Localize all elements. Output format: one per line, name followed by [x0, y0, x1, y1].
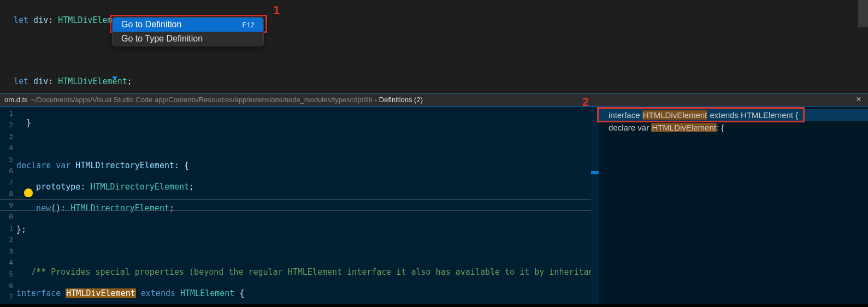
overview-mark — [591, 171, 599, 174]
line-gutter: 1 2 3 4 5 6 7 8 9 0 1 2 3 4 5 6 7 — [0, 107, 16, 304]
peek-body: 1 2 3 4 5 6 7 8 9 0 1 2 3 4 5 6 7 } decl… — [0, 107, 868, 304]
annotation-label-1: 1 — [273, 3, 280, 17]
ref-text: : { — [717, 123, 724, 132]
line-number: 6 — [0, 280, 16, 291]
close-icon[interactable]: × — [854, 95, 864, 104]
line-number: 2 — [0, 234, 16, 245]
ref-highlight: HTMLDivElement — [642, 110, 708, 120]
identifier: div — [28, 15, 48, 25]
menu-item-go-to-definition[interactable]: Go to Definition F12 — [113, 17, 263, 32]
peek-filename: om.d.ts — [4, 96, 28, 104]
line-number: 1 — [0, 222, 16, 234]
peek-header: om.d.ts ~/Documents/apps/Visual Studio C… — [0, 93, 868, 107]
line-number: 8 — [0, 188, 16, 199]
line-number: 5 — [0, 154, 16, 165]
line-number: 1 — [0, 108, 16, 119]
type-name: HTMLDivElem — [58, 15, 112, 25]
line-number: 3 — [0, 131, 16, 142]
menu-shortcut: F12 — [243, 21, 255, 29]
keyword-let: let — [14, 76, 28, 86]
peek-title: - Definitions (2) — [375, 96, 423, 104]
context-menu: Go to Definition F12 Go to Type Definiti… — [112, 17, 264, 46]
line-number: 4 — [0, 257, 16, 268]
peek-references-list: interface HTMLDivElement extends HTMLEle… — [599, 107, 868, 304]
peek-editor[interactable]: 1 2 3 4 5 6 7 8 9 0 1 2 3 4 5 6 7 } decl… — [0, 107, 599, 304]
line-number: 3 — [0, 245, 16, 257]
peek-filepath: ~/Documents/apps/Visual Studio Code.app/… — [31, 96, 373, 104]
ref-highlight: HTMLDivElement — [651, 123, 717, 132]
line-number: 0 — [0, 211, 16, 222]
reference-item[interactable]: interface HTMLDivElement extends HTMLEle… — [599, 109, 868, 121]
lightbulb-icon[interactable] — [24, 188, 33, 197]
peek-code: } declare var HTMLDirectoryElement: { pr… — [16, 107, 591, 304]
scrollbar-thumb[interactable] — [858, 0, 868, 27]
line-number: 7 — [0, 291, 16, 303]
ref-text: interface — [609, 110, 642, 120]
reference-item[interactable]: declare var HTMLDivElement: { — [599, 121, 868, 134]
menu-item-go-to-type-definition[interactable]: Go to Type Definition — [113, 32, 263, 46]
line-number: 7 — [0, 176, 16, 188]
punct: : — [48, 15, 58, 25]
editor-top: let div: HTMLDivElem Go to Definition F1… — [0, 0, 868, 74]
menu-label: Go to Definition — [121, 20, 181, 29]
matched-symbol: HTMLDivElement — [66, 288, 135, 298]
punct: : — [48, 76, 58, 86]
punct: ; — [127, 76, 132, 86]
line-number: 9 — [0, 199, 16, 211]
peek-definitions-panel: om.d.ts ~/Documents/apps/Visual Studio C… — [0, 93, 868, 304]
line-number: 4 — [0, 142, 16, 154]
menu-label: Go to Type Definition — [121, 34, 203, 44]
identifier: div — [28, 76, 48, 86]
overview-ruler[interactable] — [591, 107, 599, 304]
line-number: 6 — [0, 165, 16, 176]
line-number: 5 — [0, 268, 16, 280]
ref-text: declare var — [609, 123, 651, 132]
keyword-let: let — [14, 15, 28, 25]
annotation-label-2: 2 — [582, 95, 589, 109]
bottom-border — [0, 304, 868, 307]
line-number: 2 — [0, 119, 16, 131]
ref-text: extends HTMLElement { — [707, 110, 798, 120]
type-name: HTMLDivElement — [58, 76, 127, 86]
